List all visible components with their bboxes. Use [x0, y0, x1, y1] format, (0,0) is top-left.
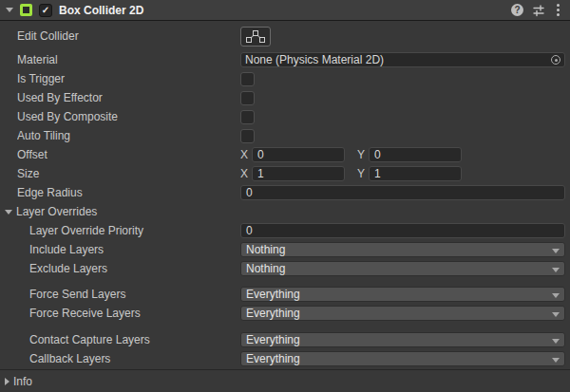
- layer-override-priority-input[interactable]: [240, 223, 565, 238]
- layer-override-priority-label: Layer Override Priority: [29, 224, 240, 237]
- material-object-field[interactable]: None (Physics Material 2D): [240, 52, 565, 67]
- include-layers-value: Nothing: [246, 243, 285, 256]
- row-exclude-layers: Exclude Layers Nothing: [0, 259, 570, 278]
- force-receive-layers-value: Everything: [246, 307, 300, 320]
- row-size: Size X Y: [0, 164, 570, 183]
- used-by-composite-label: Used By Composite: [17, 110, 240, 123]
- row-layer-override-priority: Layer Override Priority: [0, 221, 570, 240]
- force-send-layers-dropdown[interactable]: Everything: [240, 287, 565, 302]
- material-value: None (Physics Material 2D): [245, 53, 551, 66]
- component-header: Box Collider 2D: [0, 0, 570, 21]
- force-send-layers-value: Everything: [246, 288, 300, 301]
- offset-y-input[interactable]: [369, 147, 462, 162]
- info-foldout-arrow-icon[interactable]: [5, 378, 10, 385]
- size-label: Size: [17, 167, 240, 180]
- layer-overrides-label: Layer Overrides: [16, 205, 239, 218]
- offset-x-axis-label: X: [240, 148, 249, 161]
- material-label: Material: [17, 53, 240, 66]
- row-contact-capture-layers: Contact Capture Layers Everything: [0, 330, 570, 349]
- row-layer-overrides[interactable]: Layer Overrides: [0, 202, 570, 221]
- row-edit-collider: Edit Collider: [0, 24, 570, 48]
- edge-radius-label: Edge Radius: [17, 186, 240, 199]
- row-callback-layers: Callback Layers Everything: [0, 349, 570, 368]
- chevron-down-icon: [552, 293, 560, 298]
- row-material: Material None (Physics Material 2D): [0, 50, 570, 69]
- row-is-trigger: Is Trigger: [0, 69, 570, 88]
- kebab-menu-icon[interactable]: [554, 3, 562, 17]
- component-foldout-arrow-icon[interactable]: [6, 8, 13, 12]
- offset-x-input[interactable]: [252, 147, 345, 162]
- help-icon[interactable]: [511, 4, 523, 16]
- contact-capture-layers-dropdown[interactable]: Everything: [240, 332, 565, 347]
- object-picker-icon[interactable]: [551, 55, 560, 65]
- component-enabled-checkbox[interactable]: [39, 4, 52, 17]
- row-include-layers: Include Layers Nothing: [0, 240, 570, 259]
- exclude-layers-label: Exclude Layers: [29, 262, 240, 275]
- offset-y-axis-label: Y: [357, 148, 366, 161]
- auto-tiling-label: Auto Tiling: [17, 129, 240, 142]
- row-used-by-effector: Used By Effector: [0, 88, 570, 107]
- chevron-down-icon: [552, 312, 560, 317]
- used-by-composite-checkbox[interactable]: [240, 110, 255, 124]
- info-label: Info: [13, 375, 237, 388]
- row-force-send-layers: Force Send Layers Everything: [0, 285, 570, 304]
- exclude-layers-value: Nothing: [246, 262, 285, 275]
- contact-capture-layers-label: Contact Capture Layers: [29, 333, 240, 346]
- used-by-effector-label: Used By Effector: [17, 91, 240, 104]
- size-x-input[interactable]: [252, 166, 345, 181]
- row-offset: Offset X Y: [0, 145, 570, 164]
- include-layers-label: Include Layers: [29, 243, 240, 256]
- chevron-down-icon: [552, 268, 560, 272]
- presets-icon[interactable]: [532, 4, 545, 17]
- offset-label: Offset: [17, 148, 240, 161]
- component-body: Edit Collider Material None (Physics Mat…: [0, 21, 570, 392]
- is-trigger-label: Is Trigger: [17, 72, 240, 85]
- edge-radius-input[interactable]: [240, 185, 565, 200]
- force-receive-layers-label: Force Receive Layers: [29, 307, 240, 320]
- chevron-down-icon: [552, 249, 560, 253]
- box-collider-2d-icon: [20, 4, 32, 16]
- is-trigger-checkbox[interactable]: [240, 72, 255, 86]
- component-title: Box Collider 2D: [59, 4, 143, 17]
- callback-layers-label: Callback Layers: [29, 352, 240, 365]
- include-layers-dropdown[interactable]: Nothing: [240, 242, 565, 257]
- size-y-input[interactable]: [369, 166, 462, 181]
- row-info[interactable]: Info: [0, 369, 570, 392]
- callback-layers-value: Everything: [246, 352, 300, 365]
- row-edge-radius: Edge Radius: [0, 183, 570, 202]
- chevron-down-icon: [552, 339, 560, 344]
- edit-collider-label: Edit Collider: [17, 29, 240, 43]
- exclude-layers-dropdown[interactable]: Nothing: [240, 261, 565, 276]
- auto-tiling-checkbox[interactable]: [240, 129, 255, 143]
- edit-collider-shape-icon: [246, 30, 265, 43]
- force-send-layers-label: Force Send Layers: [29, 288, 240, 301]
- row-auto-tiling: Auto Tiling: [0, 126, 570, 145]
- contact-capture-layers-value: Everything: [246, 333, 300, 346]
- callback-layers-dropdown[interactable]: Everything: [240, 351, 565, 366]
- size-x-axis-label: X: [240, 167, 249, 180]
- chevron-down-icon: [552, 358, 560, 363]
- row-force-receive-layers: Force Receive Layers Everything: [0, 304, 570, 323]
- layer-overrides-foldout-arrow-icon[interactable]: [5, 210, 12, 215]
- row-used-by-composite: Used By Composite: [0, 107, 570, 126]
- edit-collider-button[interactable]: [240, 27, 271, 47]
- used-by-effector-checkbox[interactable]: [240, 91, 255, 105]
- force-receive-layers-dropdown[interactable]: Everything: [240, 306, 565, 321]
- size-y-axis-label: Y: [357, 167, 366, 180]
